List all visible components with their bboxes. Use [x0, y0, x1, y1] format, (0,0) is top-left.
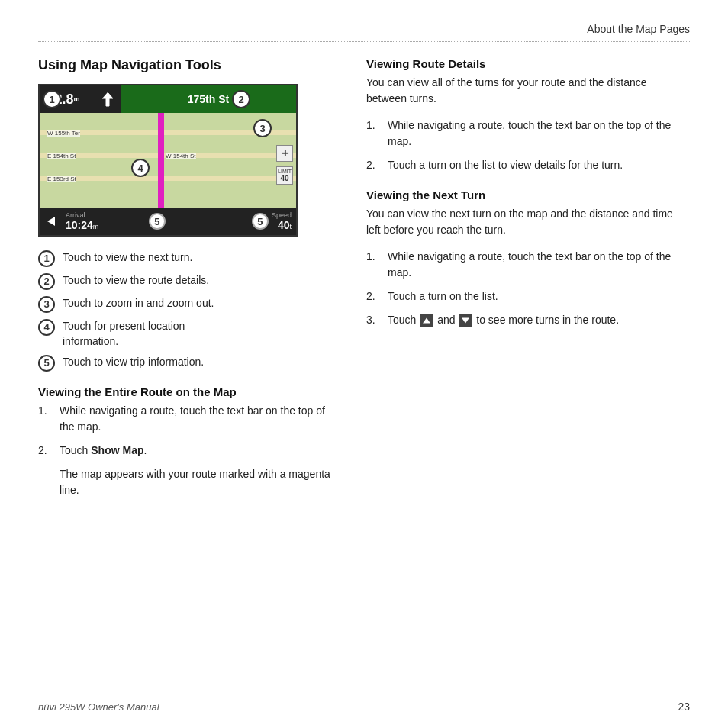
map-bottom-bar: Arrival 10:24m 5 5 Speed 40t: [40, 208, 296, 235]
callout-1: 1: [38, 250, 55, 267]
route-step-num-1: 1.: [366, 118, 382, 150]
callout-item-5: 5 Touch to view trip information.: [38, 355, 336, 372]
road-label-2: E 154th St: [47, 153, 76, 159]
next-turn-step-2: 2. Touch a turn on the list.: [366, 288, 690, 304]
road-3: [40, 176, 296, 181]
two-col-layout: Using Map Navigation Tools 2.8m 175th St: [38, 57, 690, 514]
limit-value: 40: [277, 174, 292, 182]
route-details-step-1: 1. While navigating a route, touch the t…: [366, 118, 690, 150]
arrival-unit: m: [93, 223, 99, 230]
map-callout-1: 1: [43, 90, 61, 108]
callout-5: 5: [38, 355, 55, 372]
map-callout-5b: 5: [252, 213, 269, 230]
route-details-section: Viewing Route Details You can view all o…: [366, 57, 690, 173]
next-turn-step-text-3: Touch and to see more turns in the route…: [388, 312, 619, 328]
route-step-num-2: 2.: [366, 157, 382, 173]
callout-list: 1 Touch to view the next turn. 2 Touch t…: [38, 250, 336, 372]
callout-text-4: Touch for present locationinformation.: [63, 319, 185, 349]
map-speed-bottom: Speed 40t: [272, 211, 296, 231]
page-footer: nüvi 295W Owner's Manual 23: [38, 701, 690, 713]
next-turn-intro: You can view the next turn on the map an…: [366, 206, 690, 238]
map-callout-2: 2: [232, 90, 250, 108]
step-text-3: The map appears with your route marked w…: [60, 466, 336, 498]
map-image: 2.8m 175th St W 155th Ter E 154th: [38, 84, 298, 237]
callout-item-1: 1 Touch to view the next turn.: [38, 250, 336, 267]
entire-route-title: Viewing the Entire Route on the Map: [38, 385, 336, 398]
route-line: [158, 113, 164, 208]
map-callout-5a: 5: [149, 213, 166, 230]
route-step-text-2: Touch a turn on the list to view details…: [388, 157, 623, 173]
map-street-name: 175th St: [121, 85, 296, 113]
map-speed-unit: m: [74, 95, 80, 103]
right-column: Viewing Route Details You can view all o…: [366, 57, 690, 514]
map-right-controls: ✛ LIMIT 40: [276, 145, 293, 185]
map-back-btn: [40, 208, 63, 235]
next-turn-step-3: 3. Touch and to see more turns in the ro…: [366, 312, 690, 328]
road-label-2b: W 154th St: [166, 153, 196, 159]
next-turn-title: Viewing the Next Turn: [366, 188, 690, 201]
callout-item-4: 4 Touch for present locationinformation.: [38, 319, 336, 349]
map-arrival: Arrival 10:24m: [63, 211, 146, 231]
callout-item-3: 3 Touch to zoom in and zoom out.: [38, 296, 336, 313]
entire-route-step-1: 1. While navigating a route, touch the t…: [38, 403, 336, 435]
callout-2: 2: [38, 273, 55, 290]
speed-bottom-label: Speed: [272, 211, 292, 219]
route-details-step-2: 2. Touch a turn on the list to view deta…: [366, 157, 690, 173]
map-callout-4: 4: [131, 159, 150, 177]
entire-route-step-2: 2. Touch Show Map.: [38, 443, 336, 459]
down-arrow-icon: [459, 314, 472, 327]
callout-3: 3: [38, 296, 55, 313]
next-turn-step-text-1: While navigating a route, touch the text…: [388, 249, 690, 281]
arrival-time: 10:24: [66, 219, 93, 231]
route-step-text-1: While navigating a route, touch the text…: [388, 118, 690, 150]
next-turn-section: Viewing the Next Turn You can view the n…: [366, 188, 690, 328]
route-details-intro: You can view all of the turns for your r…: [366, 75, 690, 107]
callout-item-2: 2 Touch to view the route details.: [38, 273, 336, 290]
left-section-title: Using Map Navigation Tools: [38, 57, 336, 73]
page-container: About the Map Pages Using Map Navigation…: [0, 0, 728, 728]
entire-route-section: Viewing the Entire Route on the Map 1. W…: [38, 385, 336, 498]
header-title: About the Map Pages: [587, 23, 690, 35]
speed-bottom-value: 40: [278, 219, 290, 231]
svg-marker-0: [47, 217, 55, 226]
route-details-title: Viewing Route Details: [366, 57, 690, 70]
step-text-2: Touch Show Map.: [60, 443, 147, 459]
next-turn-step-num-2: 2.: [366, 288, 382, 304]
speed-limit-box: LIMIT 40: [276, 166, 293, 185]
next-turn-step-num-1: 1.: [366, 249, 382, 281]
map-arrow-icon: [95, 85, 121, 113]
limit-label: LIMIT: [277, 169, 292, 174]
callout-text-1: Touch to view the next turn.: [63, 250, 192, 266]
page-header: About the Map Pages: [38, 23, 690, 42]
route-details-steps: 1. While navigating a route, touch the t…: [366, 118, 690, 173]
next-turn-step-text-2: Touch a turn on the list.: [388, 288, 498, 304]
next-turn-steps: 1. While navigating a route, touch the t…: [366, 249, 690, 328]
step-num-1: 1.: [38, 403, 53, 435]
footer-manual: nüvi 295W Owner's Manual: [38, 701, 159, 713]
up-arrow-icon: [420, 314, 433, 327]
page-number: 23: [678, 701, 690, 713]
step-num-2: 2.: [38, 443, 53, 459]
next-turn-step-num-3: 3.: [366, 312, 382, 328]
step-text-1: While navigating a route, touch the text…: [60, 403, 336, 435]
callout-text-2: Touch to view the route details.: [63, 273, 209, 288]
callout-text-5: Touch to view trip information.: [63, 355, 204, 370]
arrival-label: Arrival: [66, 211, 146, 219]
left-column: Using Map Navigation Tools 2.8m 175th St: [38, 57, 336, 514]
step-num-3: [38, 466, 53, 498]
zoom-cross-btn: ✛: [276, 145, 293, 162]
callout-text-3: Touch to zoom in and zoom out.: [63, 296, 214, 311]
next-turn-step-1: 1. While navigating a route, touch the t…: [366, 249, 690, 281]
map-top-bar: 2.8m 175th St: [40, 85, 296, 113]
speed-bottom-unit: t: [289, 223, 292, 230]
map-callout-3: 3: [253, 119, 272, 137]
entire-route-steps: 1. While navigating a route, touch the t…: [38, 403, 336, 498]
road-label-1: W 155th Ter: [47, 130, 80, 137]
entire-route-step-3: The map appears with your route marked w…: [38, 466, 336, 498]
road-label-3: E 153rd St: [47, 176, 76, 182]
callout-4: 4: [38, 319, 55, 336]
map-road-area: W 155th Ter E 154th St W 154th St E 153r…: [40, 113, 296, 208]
